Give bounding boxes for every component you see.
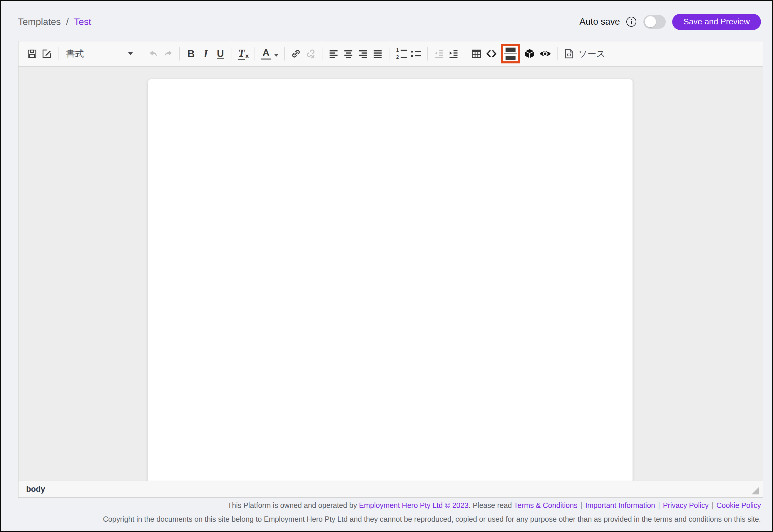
info-icon[interactable] — [626, 17, 636, 27]
bold-button[interactable]: B — [184, 46, 198, 62]
numbered-list-button[interactable]: 1 2 — [394, 46, 408, 62]
footer-pipe: | — [658, 501, 660, 509]
justify-button[interactable] — [371, 46, 385, 62]
source-label: ソース — [578, 48, 605, 60]
bold-icon: B — [187, 48, 195, 60]
table-icon — [471, 48, 482, 59]
italic-icon: I — [204, 48, 208, 60]
autosave-toggle-knob — [645, 16, 656, 27]
cube-icon — [524, 48, 535, 60]
autosave-toggle[interactable] — [643, 15, 666, 29]
editor-status-bar: body — [19, 481, 763, 497]
align-right-icon — [358, 48, 368, 59]
rich-text-editor: 書式 B I — [18, 41, 763, 498]
toolbar-separator — [427, 47, 428, 60]
toolbar-separator — [322, 47, 322, 60]
align-center-icon — [343, 48, 354, 59]
remove-format-button[interactable]: Tx — [236, 46, 251, 62]
toolbar-separator — [58, 47, 58, 60]
terms-and-conditions-link[interactable]: Terms & Conditions — [514, 501, 577, 509]
source-button[interactable]: ソース — [562, 46, 607, 62]
page-break-button[interactable] — [499, 44, 522, 63]
justify-icon — [372, 48, 383, 59]
indent-icon — [448, 48, 459, 59]
numbered-list-icon: 1 2 — [395, 48, 407, 60]
remove-format-icon: Tx — [238, 48, 249, 60]
format-select-label: 書式 — [66, 48, 84, 60]
save-icon — [27, 48, 37, 59]
toolbar-separator — [389, 47, 389, 60]
text-color-button[interactable]: A — [259, 46, 280, 62]
eye-icon — [539, 48, 551, 60]
toolbar-separator — [255, 47, 255, 60]
italic-button[interactable]: I — [199, 46, 213, 62]
insert-placeholder-button[interactable] — [522, 46, 537, 62]
link-icon — [290, 48, 302, 59]
align-right-button[interactable] — [356, 46, 370, 62]
underline-button[interactable]: U — [214, 46, 228, 62]
page-header: Templates / Test Auto save Save and Prev… — [1, 1, 772, 40]
cookie-policy-link[interactable]: Cookie Policy — [717, 501, 761, 509]
breadcrumb-current: Test — [74, 16, 91, 27]
align-center-button[interactable] — [341, 46, 355, 62]
owner-link[interactable]: Employment Hero Pty Ltd © 2023 — [359, 501, 468, 509]
toolbar-separator — [179, 47, 180, 60]
increase-indent-button[interactable] — [446, 46, 461, 62]
footer-line2: Copyright in the documents on this site … — [18, 515, 761, 523]
site-footer: This Platform is owned and operated by E… — [18, 501, 761, 523]
editor-toolbar: 書式 B I — [19, 41, 763, 67]
edit-template-button[interactable] — [40, 46, 54, 62]
preview-button[interactable] — [537, 46, 553, 62]
chevron-down-icon — [128, 52, 133, 55]
undo-button[interactable] — [146, 46, 160, 62]
save-and-preview-button[interactable]: Save and Preview — [672, 14, 761, 30]
breadcrumb-templates-link[interactable]: Templates — [18, 16, 61, 27]
breadcrumb: Templates / Test — [18, 16, 91, 27]
breadcrumb-separator: / — [66, 16, 69, 27]
unlink-icon — [305, 48, 316, 59]
info-icon-stem — [631, 21, 632, 24]
redo-button[interactable] — [161, 46, 175, 62]
align-left-button[interactable] — [327, 46, 341, 62]
source-document-icon — [563, 48, 575, 60]
toolbar-separator — [284, 47, 285, 60]
underline-icon: U — [217, 48, 224, 59]
toolbar-separator — [142, 47, 142, 60]
code-snippet-button[interactable] — [484, 46, 499, 62]
toolbar-separator — [557, 47, 557, 60]
align-left-icon — [328, 48, 339, 59]
redo-icon — [163, 48, 173, 59]
paragraph-format-select[interactable]: 書式 — [63, 46, 137, 62]
footer-pipe: | — [581, 501, 583, 509]
decrease-indent-button[interactable] — [432, 46, 446, 62]
important-information-link[interactable]: Important Information — [585, 501, 655, 509]
footer-pipe: | — [712, 501, 714, 509]
privacy-policy-link[interactable]: Privacy Policy — [663, 501, 709, 509]
insert-link-button[interactable] — [289, 46, 303, 62]
toolbar-separator — [465, 47, 465, 60]
resize-handle[interactable] — [752, 487, 759, 494]
pencil-square-icon — [41, 48, 52, 59]
toolbar-separator — [232, 47, 232, 60]
editor-content-area — [19, 67, 763, 481]
footer-line1: This Platform is owned and operated by E… — [18, 501, 761, 510]
undo-icon — [148, 48, 159, 59]
insert-table-button[interactable] — [469, 46, 483, 62]
autosave-label: Auto save — [579, 16, 620, 27]
element-path-body[interactable]: body — [26, 485, 45, 494]
editor-canvas[interactable] — [148, 79, 633, 481]
bulleted-list-icon — [411, 51, 421, 57]
header-actions: Auto save Save and Preview — [579, 14, 761, 30]
footer-line1-mid: . Please read — [468, 501, 514, 509]
unlink-button[interactable] — [304, 46, 318, 62]
template-editor-page: { "breadcrumb": { "templates": "Template… — [0, 0, 773, 532]
info-icon-dot — [631, 19, 632, 20]
save-template-button[interactable] — [25, 46, 39, 62]
footer-line1-prefix: This Platform is owned and operated by — [228, 501, 359, 509]
outdent-icon — [433, 48, 444, 59]
chevron-down-icon — [274, 54, 279, 57]
page-break-highlight-box — [501, 44, 520, 63]
code-icon — [485, 48, 497, 60]
page-break-icon — [505, 48, 515, 52]
bulleted-list-button[interactable] — [409, 46, 423, 62]
